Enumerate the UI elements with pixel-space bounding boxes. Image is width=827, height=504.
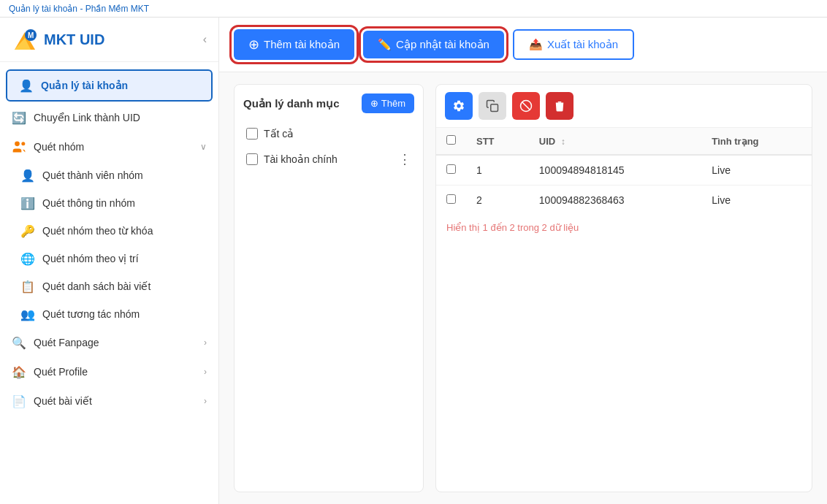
logo-area: M MKT UID <box>12 26 104 53</box>
table-row: 2 100094882368463 Live <box>436 186 812 215</box>
gear-icon <box>452 99 465 112</box>
sidebar-item-quet-profile[interactable]: 🏠 Quét Profile › <box>0 357 218 386</box>
copy-icon <box>486 99 499 112</box>
sidebar-item-quet-vi-tri[interactable]: 🌐 Quét nhóm theo vị trí <box>0 245 218 272</box>
sidebar-item-quet-fanpage[interactable]: 🔍 Quét Fanpage › <box>0 328 218 357</box>
info-icon: ℹ️ <box>20 196 35 210</box>
sidebar-item-quet-thanh-vien[interactable]: 👤 Quét thành viên nhóm <box>0 161 218 189</box>
copy-button[interactable] <box>479 92 506 120</box>
accounts-table: STT UID ↕ Tình trạng 1 <box>436 128 812 215</box>
svg-point-5 <box>21 142 25 145</box>
category-title: Quản lý danh mục <box>243 97 340 110</box>
sidebar-item-label: Quét nhóm <box>34 141 84 153</box>
sidebar-item-label: Quét tương tác nhóm <box>42 308 140 320</box>
svg-point-4 <box>15 142 20 147</box>
search-icon: 🔍 <box>12 335 26 350</box>
row-stt: 2 <box>466 186 529 215</box>
sidebar-item-label: Quét Fanpage <box>34 337 99 348</box>
logo-icon: M <box>12 26 38 53</box>
col-uid: UID ↕ <box>529 128 701 155</box>
sidebar: M MKT UID ‹ 👤 Quản lý tài khoản 🔄 Chuyển… <box>0 18 219 504</box>
settings-button[interactable] <box>445 92 473 120</box>
row-uid: 100094894818145 <box>529 155 701 186</box>
tai-khoan-chinh-checkbox[interactable] <box>246 153 258 165</box>
plus-circle-icon: ⊕ <box>248 37 259 53</box>
row-uid: 100094882368463 <box>529 186 701 215</box>
col-checkbox <box>436 128 466 155</box>
sidebar-item-label: Quét danh sách bài viết <box>42 280 150 292</box>
chevron-right-icon: › <box>204 367 207 377</box>
category-item-label: Tất cả <box>264 128 411 140</box>
row-tinh-trang: Live <box>701 186 812 215</box>
sidebar-item-quet-tu-khoa[interactable]: 🔑 Quét nhóm theo từ khóa <box>0 217 218 245</box>
sidebar-item-quet-thong-tin[interactable]: ℹ️ Quét thông tin nhóm <box>0 189 218 217</box>
chevron-right-icon: › <box>204 337 207 348</box>
sidebar-item-quet-bai-viet[interactable]: 📋 Quét danh sách bài viết <box>0 272 218 300</box>
sidebar-item-quet-nhom[interactable]: Quét nhóm ∨ <box>0 132 218 161</box>
col-tinh-trang: Tình trạng <box>701 128 812 155</box>
globe-icon: 🌐 <box>20 251 35 266</box>
browser-topbar: Quản lý tài khoản - Phần Mềm MKT <box>0 0 827 18</box>
select-all-checkbox[interactable] <box>446 135 456 145</box>
category-item-tat-ca[interactable]: Tất cả <box>243 122 414 145</box>
block-button[interactable] <box>512 92 540 120</box>
row-checkbox[interactable] <box>446 164 456 174</box>
interaction-icon: 👥 <box>20 307 35 321</box>
page-title: Quản lý tài khoản - Phần Mềm MKT <box>9 4 149 14</box>
sidebar-item-chuyen-link[interactable]: 🔄 Chuyển Link thành UID <box>0 103 218 132</box>
list-icon: 📋 <box>20 279 35 294</box>
sidebar-item-label: Quét nhóm theo vị trí <box>42 253 139 264</box>
user-icon: 👤 <box>20 168 35 183</box>
group-icon <box>12 140 26 154</box>
more-options-icon[interactable]: ⋮ <box>398 151 411 167</box>
xuat-tai-khoan-button[interactable]: 📤 Xuất tài khoản <box>513 29 634 60</box>
sidebar-item-label: Quét Profile <box>34 366 88 378</box>
profile-icon: 🏠 <box>12 364 26 379</box>
sort-icon[interactable]: ↕ <box>561 137 565 147</box>
category-header: Quản lý danh mục ⊕ Thêm <box>243 93 414 113</box>
cap-nhat-tai-khoan-button[interactable]: ✏️ Cập nhật tài khoản <box>363 31 504 58</box>
key-icon: 🔑 <box>20 224 35 238</box>
sidebar-item-label: Quét nhóm theo từ khóa <box>42 225 153 237</box>
category-item-tai-khoan-chinh[interactable]: Tài khoản chính ⋮ <box>243 145 414 173</box>
edit-icon: ✏️ <box>378 38 392 51</box>
chevron-right-icon: › <box>204 396 207 406</box>
main-content: ⊕ Thêm tài khoản ✏️ Cập nhật tài khoản 📤… <box>219 18 827 504</box>
sidebar-item-quan-ly-tai-khoan[interactable]: 👤 Quản lý tài khoản <box>6 69 213 102</box>
sidebar-item-label: Chuyển Link thành UID <box>34 112 140 123</box>
logo-text: MKT UID <box>44 31 104 48</box>
category-item-label: Tài khoản chính <box>264 153 392 165</box>
sidebar-item-quet-bai-viet2[interactable]: 📄 Quét bài viết › <box>0 386 218 416</box>
sidebar-item-label: Quét thông tin nhóm <box>42 197 135 209</box>
sidebar-collapse-button[interactable]: ‹ <box>203 33 207 46</box>
table-row: 1 100094894818145 Live <box>436 155 812 186</box>
article-icon: 📄 <box>12 394 26 408</box>
sidebar-item-label: Quản lý tài khoản <box>41 80 128 91</box>
svg-text:M: M <box>28 31 34 39</box>
col-stt: STT <box>466 128 529 155</box>
svg-line-8 <box>522 102 530 110</box>
row-stt: 1 <box>466 155 529 186</box>
delete-button[interactable] <box>546 92 573 120</box>
sidebar-item-quet-tuong-tac[interactable]: 👥 Quét tương tác nhóm <box>0 300 218 328</box>
row-checkbox-cell <box>436 186 466 215</box>
export-icon: 📤 <box>529 38 543 51</box>
pagination-text: Hiển thị 1 đến 2 trong 2 dữ liệu <box>436 215 812 240</box>
row-checkbox[interactable] <box>446 194 456 204</box>
sidebar-header: M MKT UID ‹ <box>0 18 218 62</box>
block-icon <box>519 99 533 112</box>
them-tai-khoan-button[interactable]: ⊕ Thêm tài khoản <box>234 29 354 60</box>
row-tinh-trang: Live <box>701 155 812 186</box>
them-danh-muc-button[interactable]: ⊕ Thêm <box>362 93 414 113</box>
sidebar-navigation: 👤 Quản lý tài khoản 🔄 Chuyển Link thành … <box>0 62 218 421</box>
svg-rect-6 <box>491 104 498 112</box>
trash-icon <box>553 99 566 112</box>
chevron-down-icon: ∨ <box>200 142 207 152</box>
table-toolbar <box>436 85 812 128</box>
table-panel: STT UID ↕ Tình trạng 1 <box>435 84 812 492</box>
main-toolbar: ⊕ Thêm tài khoản ✏️ Cập nhật tài khoản 📤… <box>219 18 827 72</box>
row-checkbox-cell <box>436 155 466 186</box>
plus-icon: ⊕ <box>370 98 378 109</box>
sidebar-item-label: Quét thành viên nhóm <box>42 169 143 181</box>
tat-ca-checkbox[interactable] <box>246 128 258 140</box>
